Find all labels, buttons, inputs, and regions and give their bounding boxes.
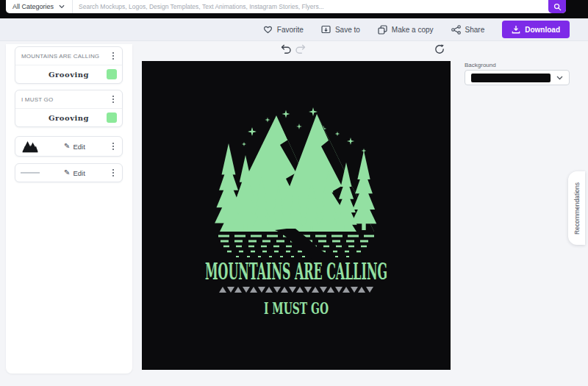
text-layer-card-2: I MUST GO Grooving (15, 90, 123, 127)
background-dropdown[interactable] (465, 70, 570, 85)
mountain-forest-graphic[interactable] (215, 107, 376, 260)
edit-graphic-button[interactable]: ✎ Edit (41, 143, 108, 151)
download-label: Download (525, 26, 560, 34)
font-selector[interactable]: Grooving (15, 109, 122, 126)
edit-label: Edit (74, 169, 85, 177)
edit-label: Edit (74, 143, 85, 151)
share-label: Share (465, 26, 485, 34)
design-title-text[interactable]: MOUNTAINS ARE CALLING (205, 258, 387, 285)
share-button[interactable]: Share (451, 25, 485, 35)
text-color-swatch[interactable] (107, 112, 117, 123)
make-copy-label: Make a copy (392, 26, 434, 34)
font-name-label: Grooving (49, 114, 89, 122)
recommendations-tab[interactable]: Recommendations (568, 171, 585, 245)
refresh-icon (434, 44, 445, 54)
save-to-folder-icon (321, 25, 331, 34)
chevron-down-icon (556, 76, 563, 80)
favorite-button[interactable]: Favorite (263, 25, 304, 34)
graphic-layer-card-1: ✎ Edit (15, 136, 123, 157)
undo-button[interactable] (281, 44, 292, 54)
redo-button[interactable] (295, 44, 306, 54)
top-search-bar: All Categories (0, 0, 588, 18)
copy-icon (378, 25, 387, 35)
search-input[interactable] (73, 0, 548, 13)
chevron-down-icon (59, 4, 65, 9)
share-icon (451, 25, 461, 35)
redo-icon (295, 44, 306, 54)
favorite-label: Favorite (277, 26, 304, 34)
download-button[interactable]: Download (502, 21, 570, 38)
search-icon (553, 3, 562, 11)
text-color-swatch[interactable] (107, 69, 117, 79)
search-button[interactable] (548, 0, 566, 13)
pencil-icon: ✎ (64, 143, 70, 150)
graphic-thumbnail (21, 138, 41, 154)
category-dropdown-label: All Categories (12, 3, 54, 10)
action-toolbar: Favorite Save to Make a copy (0, 18, 588, 41)
search-bar: All Categories (6, 0, 566, 13)
save-to-label: Save to (335, 26, 360, 34)
heart-icon (263, 25, 273, 34)
background-label: Background (465, 62, 496, 68)
design-canvas[interactable]: MOUNTAINS ARE CALLING I MUST GO (142, 61, 451, 370)
kebab-menu-icon[interactable] (108, 50, 118, 62)
text-layer-value[interactable]: MOUNTAINS ARE CALLING (21, 53, 108, 60)
download-icon (512, 25, 520, 34)
editor-app: All Categories Favorite (0, 0, 588, 386)
undo-icon (281, 44, 292, 54)
background-color-swatch (471, 74, 551, 82)
layers-sidebar: MOUNTAINS ARE CALLING Grooving I MUST GO… (6, 44, 132, 374)
text-layer-card-1: MOUNTAINS ARE CALLING Grooving (15, 46, 123, 84)
kebab-menu-icon[interactable] (108, 140, 118, 152)
font-selector[interactable]: Grooving (15, 65, 122, 83)
save-to-button[interactable]: Save to (321, 25, 360, 34)
triangle-divider-graphic[interactable] (219, 287, 373, 293)
kebab-menu-icon[interactable] (108, 93, 118, 105)
make-copy-button[interactable]: Make a copy (378, 25, 434, 35)
kebab-menu-icon[interactable] (108, 167, 118, 179)
category-dropdown[interactable]: All Categories (6, 0, 73, 13)
text-layer-value[interactable]: I MUST GO (21, 96, 108, 103)
design-subtitle-text[interactable]: I MUST GO (264, 298, 329, 318)
pencil-icon: ✎ (64, 169, 70, 176)
divider-thumbnail (21, 165, 41, 181)
recommendations-label: Recommendations (573, 182, 581, 235)
graphic-layer-card-2: ✎ Edit (15, 163, 123, 182)
edit-graphic-button[interactable]: ✎ Edit (41, 169, 108, 177)
font-name-label: Grooving (49, 71, 89, 79)
refresh-button[interactable] (434, 44, 445, 54)
